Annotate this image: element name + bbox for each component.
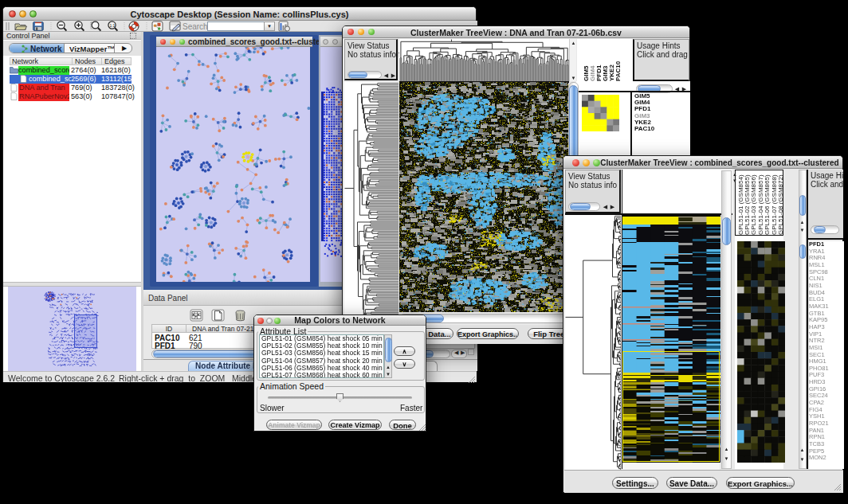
svg-text:1:1: 1:1 — [109, 23, 115, 28]
